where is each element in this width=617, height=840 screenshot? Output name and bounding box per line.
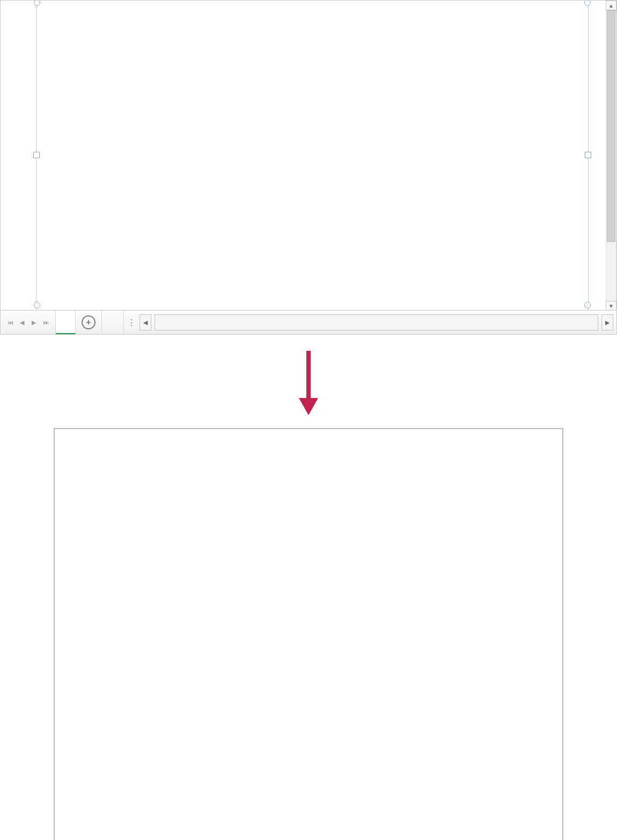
result-chart-panel — [54, 428, 563, 840]
first-sheet-icon[interactable]: ⏮ — [5, 317, 16, 328]
sheet-tab-variable-costs[interactable] — [56, 311, 76, 335]
scroll-left-button[interactable]: ◀ — [139, 314, 151, 330]
scroll-track[interactable] — [606, 10, 616, 301]
prev-sheet-icon[interactable]: ◀ — [17, 317, 27, 328]
last-sheet-icon[interactable]: ⏭ — [40, 317, 51, 328]
sheet-nav-buttons: ⏮ ◀ ▶ ⏭ — [1, 311, 56, 334]
excel-chart-panel: ▲ ▼ ⏮ ◀ ▶ ⏭ + ⋮ ◀ ▶ — [0, 0, 617, 335]
down-arrow-icon — [0, 351, 617, 415]
vertical-scrollbar[interactable]: ▲ ▼ — [606, 1, 616, 311]
chart-title — [55, 429, 562, 434]
scroll-thumb[interactable] — [607, 10, 615, 242]
chart-title — [8, 1, 594, 3]
add-sheet-button[interactable]: + — [76, 311, 102, 334]
svg-marker-1 — [299, 398, 318, 415]
scroll-up-button[interactable]: ▲ — [606, 1, 616, 10]
scroll-right-button[interactable]: ▶ — [601, 314, 613, 330]
plus-icon: + — [82, 315, 96, 329]
next-sheet-icon[interactable]: ▶ — [28, 317, 39, 328]
horizontal-scrollbar[interactable]: ⋮ ◀ ▶ — [124, 311, 616, 334]
grip-icon[interactable]: ⋮ — [127, 318, 136, 328]
scroll-down-button[interactable]: ▼ — [606, 301, 616, 311]
pie-chart[interactable] — [8, 19, 594, 311]
hscroll-track[interactable] — [155, 314, 598, 330]
sheet-tab-strip: ⏮ ◀ ▶ ⏭ + ⋮ ◀ ▶ — [1, 310, 616, 334]
pie-chart — [55, 448, 562, 840]
